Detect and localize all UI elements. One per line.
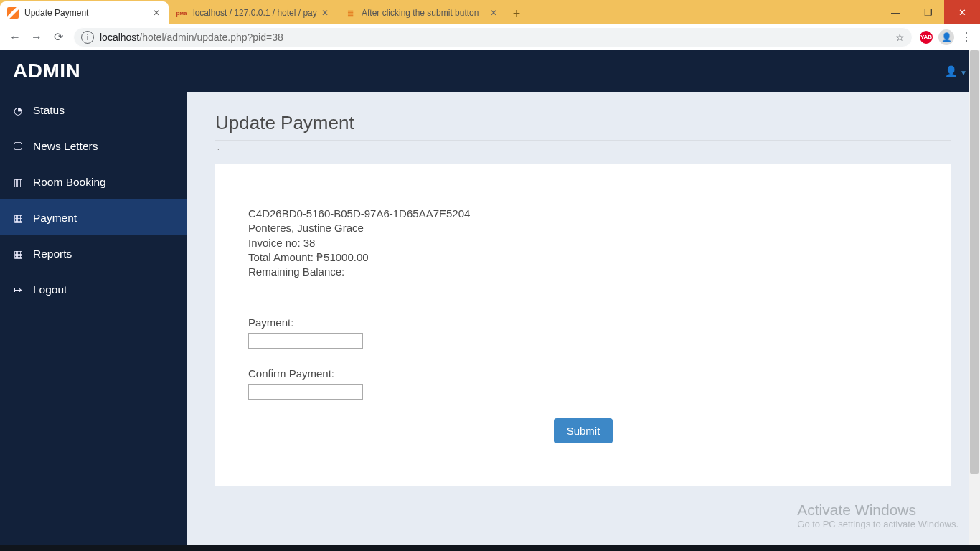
grid-icon: ▦ <box>10 248 26 260</box>
tab-title: localhost / 127.0.0.1 / hotel / pay <box>193 8 320 18</box>
tab-title: After clicking the submit button <box>362 8 489 18</box>
divider <box>215 140 951 141</box>
sidebar-item-label: Room Booking <box>33 176 106 189</box>
tab-bar: Update Payment ✕ pма localhost / 127.0.0… <box>0 0 980 24</box>
invoice-line: Invoice no: 38 <box>248 236 918 250</box>
sidebar-item-reports[interactable]: ▦ Reports <box>0 235 187 271</box>
close-icon[interactable]: ✕ <box>320 8 330 18</box>
close-window-button[interactable]: ✕ <box>944 0 980 24</box>
viewport: ADMIN 👤 ▼ ◔ Status 🖵 News Letters ▥ Room… <box>0 50 980 545</box>
user-icon: 👤 <box>945 65 957 77</box>
back-button[interactable]: ← <box>4 27 26 48</box>
brand-title: ADMIN <box>13 60 80 83</box>
reload-button[interactable]: ⟳ <box>47 27 69 48</box>
forward-button[interactable]: → <box>26 27 47 48</box>
app-body: ◔ Status 🖵 News Letters ▥ Room Booking ▦… <box>0 92 980 545</box>
url-host: localhost <box>100 32 139 43</box>
phpmyadmin-icon: pма <box>176 7 187 19</box>
window-buttons: — ❐ ✕ <box>880 0 980 24</box>
sidebar-item-label: Payment <box>33 212 77 225</box>
browser-chrome: Update Payment ✕ pма localhost / 127.0.0… <box>0 0 980 50</box>
sidebar-item-label: Status <box>33 104 65 117</box>
user-menu[interactable]: 👤 ▼ <box>945 65 967 77</box>
tab-1[interactable]: pма localhost / 127.0.0.1 / hotel / pay … <box>169 1 337 24</box>
xampp-icon <box>7 7 19 19</box>
profile-avatar[interactable]: 👤 <box>938 29 954 45</box>
sidebar-item-label: Logout <box>33 283 67 296</box>
submit-button[interactable]: Submit <box>554 418 613 443</box>
confirm-payment-label: Confirm Payment: <box>248 367 918 380</box>
balance-line: Remaining Balance: <box>248 265 918 279</box>
name-line: Ponteres, Justine Grace <box>248 221 918 235</box>
dashboard-icon: ◔ <box>10 105 26 116</box>
chevron-down-icon: ▼ <box>960 69 967 77</box>
sidebar-item-room-booking[interactable]: ▥ Room Booking <box>0 164 187 199</box>
new-tab-button[interactable]: + <box>506 6 527 24</box>
admin-app: ADMIN 👤 ▼ ◔ Status 🖵 News Letters ▥ Room… <box>0 50 980 545</box>
guid-line: C4D26BD0-5160-B05D-97A6-1D65AA7E5204 <box>248 207 918 221</box>
extension-yab[interactable]: YAB <box>917 31 936 44</box>
sidebar-item-label: Reports <box>33 248 72 260</box>
chart-icon: ▥ <box>10 176 26 188</box>
sidebar-item-newsletters[interactable]: 🖵 News Letters <box>0 128 187 164</box>
info-block: C4D26BD0-5160-B05D-97A6-1D65AA7E5204 Pon… <box>248 207 918 279</box>
chrome-menu-icon[interactable]: ⋮ <box>957 30 976 44</box>
scrollbar-thumb[interactable] <box>970 50 979 474</box>
content: Update Payment ` C4D26BD0-5160-B05D-97A6… <box>187 92 980 545</box>
address-bar: ← → ⟳ i localhost/hotel/admin/update.php… <box>0 24 980 50</box>
close-icon[interactable]: ✕ <box>489 8 499 18</box>
tab-title: Update Payment <box>24 8 151 18</box>
monitor-icon: 🖵 <box>10 141 26 152</box>
total-line: Total Amount: ₱51000.00 <box>248 250 918 265</box>
sidebar-item-label: News Letters <box>33 140 98 153</box>
sidebar-item-status[interactable]: ◔ Status <box>0 92 187 128</box>
stackoverflow-icon: ≣ <box>344 7 356 19</box>
taskbar <box>0 545 980 551</box>
logout-icon: ↦ <box>10 284 26 296</box>
site-info-icon[interactable]: i <box>81 31 94 44</box>
payment-card: C4D26BD0-5160-B05D-97A6-1D65AA7E5204 Pon… <box>215 164 951 486</box>
sidebar-item-payment[interactable]: ▦ Payment <box>0 199 187 235</box>
url-path: /hotel/admin/update.php?pid=38 <box>139 32 283 43</box>
confirm-payment-input[interactable] <box>248 384 363 400</box>
grid-icon: ▦ <box>10 212 26 224</box>
close-icon[interactable]: ✕ <box>151 8 161 18</box>
app-header: ADMIN 👤 ▼ <box>0 50 980 92</box>
payment-label: Payment: <box>248 316 918 329</box>
omnibox[interactable]: i localhost/hotel/admin/update.php?pid=3… <box>73 27 913 47</box>
minimize-button[interactable]: — <box>880 0 912 24</box>
sidebar-item-logout[interactable]: ↦ Logout <box>0 271 187 307</box>
maximize-button[interactable]: ❐ <box>912 0 944 24</box>
payment-input[interactable] <box>248 333 363 349</box>
stray-text: ` <box>217 148 951 158</box>
scrollbar-track[interactable] <box>969 50 980 545</box>
tab-2[interactable]: ≣ After clicking the submit button ✕ <box>337 1 506 24</box>
bookmark-icon[interactable]: ☆ <box>895 32 905 43</box>
sidebar: ◔ Status 🖵 News Letters ▥ Room Booking ▦… <box>0 92 187 545</box>
payment-form: Payment: Confirm Payment: Submit <box>248 316 918 443</box>
page-title: Update Payment <box>215 112 951 134</box>
tab-0[interactable]: Update Payment ✕ <box>0 1 169 24</box>
